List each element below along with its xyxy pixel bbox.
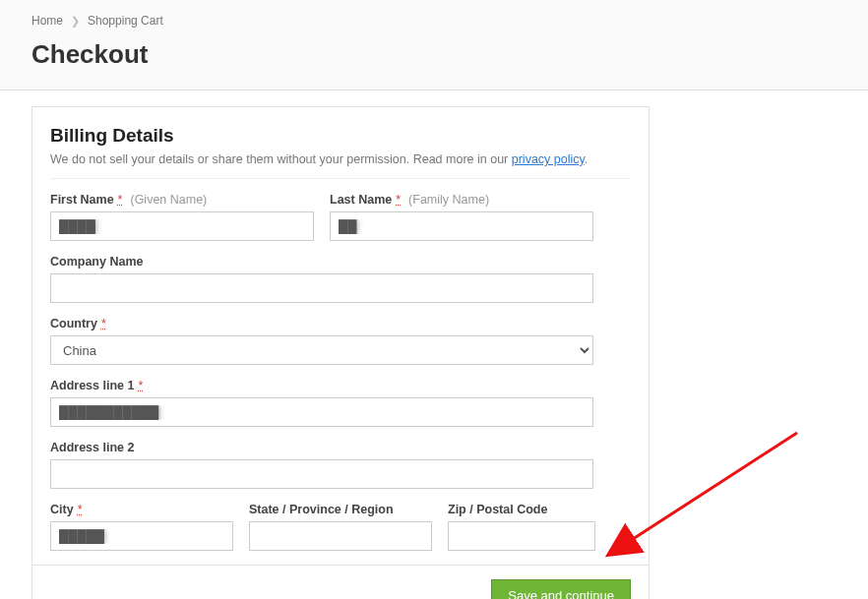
address2-label: Address line 2 [50, 441, 134, 454]
company-input[interactable] [50, 273, 593, 303]
city-input[interactable] [50, 521, 233, 551]
zip-input[interactable] [448, 521, 595, 551]
card-subtitle: We do not sell your details or share the… [50, 152, 631, 166]
first-name-input[interactable] [50, 211, 314, 241]
required-marker: * [78, 503, 83, 516]
breadcrumb-cart[interactable]: Shopping Cart [88, 14, 163, 28]
address2-input[interactable] [50, 459, 593, 489]
breadcrumb-home[interactable]: Home [31, 14, 63, 28]
country-select[interactable]: China [50, 335, 593, 365]
required-marker: * [138, 379, 143, 392]
page-title: Checkout [31, 39, 837, 70]
required-marker: * [101, 317, 106, 330]
divider [50, 178, 631, 179]
first-name-label: First Name [50, 193, 114, 207]
city-label: City [50, 503, 74, 516]
zip-label: Zip / Postal Code [448, 503, 547, 516]
card-footer: Save and continue [32, 565, 649, 599]
chevron-right-icon: ❯ [71, 15, 80, 28]
card-subtitle-text: We do not sell your details or share the… [50, 152, 512, 166]
state-label: State / Province / Region [249, 503, 394, 516]
save-and-continue-button[interactable]: Save and continue [491, 579, 631, 599]
last-name-hint: (Family Name) [408, 193, 489, 207]
state-input[interactable] [249, 521, 432, 551]
card-subtitle-suffix: . [585, 152, 588, 166]
first-name-hint: (Given Name) [130, 193, 207, 207]
privacy-policy-link[interactable]: privacy policy [512, 152, 585, 166]
breadcrumb: Home ❯ Shopping Cart [31, 14, 837, 28]
required-marker: * [396, 193, 401, 207]
last-name-label: Last Name [330, 193, 392, 207]
billing-card: Billing Details We do not sell your deta… [31, 106, 650, 599]
last-name-input[interactable] [330, 211, 593, 241]
country-label: Country [50, 317, 97, 330]
address1-input[interactable] [50, 397, 593, 427]
company-label: Company Name [50, 255, 143, 269]
card-title: Billing Details [50, 125, 631, 147]
address1-label: Address line 1 [50, 379, 134, 392]
required-marker: * [118, 193, 123, 207]
